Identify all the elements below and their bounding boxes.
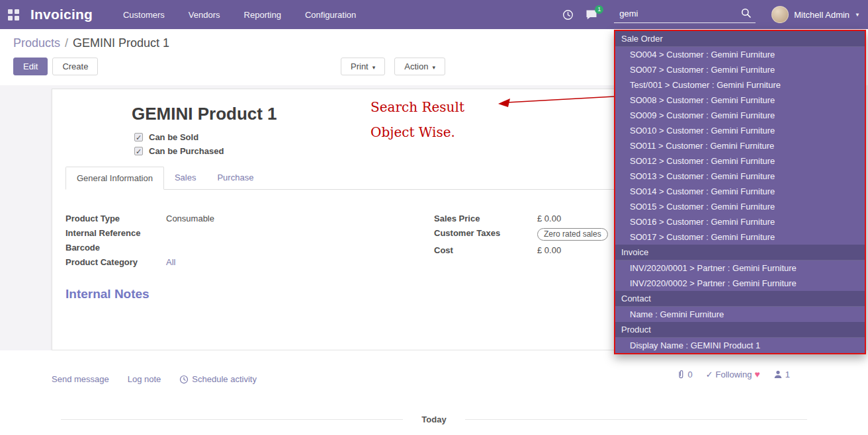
nav-menu-configuration[interactable]: Configuration [305, 10, 356, 20]
product-category-label: Product Category [65, 257, 166, 267]
search-result-item[interactable]: SO008 > Customer : Gemini Furniture [615, 93, 865, 108]
user-menu[interactable]: Mitchell Admin ▼ [771, 6, 860, 23]
divider-line [465, 419, 807, 420]
attachments-counter[interactable]: 0 [677, 370, 692, 379]
tab-sales[interactable]: Sales [164, 167, 207, 189]
can-be-purchased-checkbox[interactable]: ✓ [134, 147, 143, 155]
nav-menu-vendors[interactable]: Vendors [189, 10, 220, 20]
person-icon [773, 370, 783, 379]
activities-clock-icon[interactable] [562, 9, 574, 20]
log-note-link[interactable]: Log note [128, 374, 161, 384]
can-be-purchased-label: Can be Purchased [149, 146, 224, 156]
internal-reference-label: Internal Reference [65, 228, 166, 238]
annotation-line2: Object Wise. [370, 120, 464, 145]
today-divider: Today [52, 415, 816, 424]
app-title[interactable]: Invoicing [30, 7, 93, 22]
barcode-label: Barcode [65, 243, 166, 253]
annotation-line1: Search Result [370, 95, 464, 120]
chevron-down-icon: ▼ [855, 12, 860, 18]
search-result-item[interactable]: SO004 > Customer : Gemini Furniture [615, 47, 865, 62]
search-group-header-invoice: Invoice [615, 245, 865, 260]
can-be-sold-label: Can be Sold [149, 132, 198, 142]
global-search [614, 7, 756, 23]
search-result-item[interactable]: SO016 > Customer : Gemini Furniture [615, 214, 865, 229]
customer-taxes-tag[interactable]: Zero rated sales [537, 228, 608, 241]
paperclip-icon [677, 370, 685, 379]
cost-label: Cost [434, 245, 537, 255]
search-result-item[interactable]: SO015 > Customer : Gemini Furniture [615, 199, 865, 214]
avatar [771, 6, 789, 23]
breadcrumb-products-link[interactable]: Products [13, 36, 60, 50]
attachment-count: 0 [687, 370, 692, 379]
search-result-item[interactable]: SO011 > Customer : Gemini Furniture [615, 138, 865, 153]
messages-icon[interactable]: 1 [586, 9, 598, 20]
apps-menu-icon[interactable] [8, 9, 20, 20]
clock-icon [179, 375, 189, 384]
heart-icon: ♥ [754, 369, 760, 379]
chevron-down-icon: ▾ [372, 64, 376, 71]
search-result-item[interactable]: SO012 > Customer : Gemini Furniture [615, 153, 865, 169]
following-label: Following [716, 370, 752, 379]
search-result-item[interactable]: Test/001 > Customer : Gemini Furniture [615, 77, 865, 93]
customer-taxes-label: Customer Taxes [434, 228, 537, 241]
search-result-item[interactable]: SO014 > Customer : Gemini Furniture [615, 184, 865, 199]
print-label: Print [351, 61, 369, 71]
search-result-item[interactable]: SO009 > Customer : Gemini Furniture [615, 108, 865, 123]
print-dropdown-button[interactable]: Print▾ [341, 58, 385, 75]
nav-menu-customers[interactable]: Customers [123, 10, 165, 20]
following-toggle[interactable]: ✓ Following ♥ [706, 369, 760, 379]
search-result-item[interactable]: SO007 > Customer : Gemini Furniture [615, 62, 865, 77]
main-menu: Customers Vendors Reporting Configuratio… [123, 10, 356, 20]
product-category-value[interactable]: All [166, 257, 371, 267]
search-group-header-contact: Contact [615, 291, 865, 307]
schedule-activity-label: Schedule activity [192, 374, 257, 384]
search-group-header-product: Product [615, 322, 865, 338]
chatter: Send message Log note Schedule activity … [0, 350, 868, 424]
user-name: Mitchell Admin [794, 10, 849, 20]
search-icon[interactable] [741, 8, 752, 20]
sales-price-label: Sales Price [434, 214, 537, 223]
search-result-item[interactable]: INV/2020/0001 > Partner : Gemini Furnitu… [615, 260, 865, 276]
search-group-header-sale-order: Sale Order [615, 31, 865, 47]
search-result-item[interactable]: Name : Gemini Furniture [615, 307, 865, 322]
send-message-link[interactable]: Send message [52, 374, 109, 384]
today-label: Today [421, 415, 446, 424]
chatter-meta: 0 ✓ Following ♥ 1 [677, 369, 790, 379]
barcode-value [166, 243, 371, 253]
message-count-badge: 1 [595, 5, 603, 14]
action-dropdown-button[interactable]: Action▾ [394, 58, 445, 75]
breadcrumb-separator: / [65, 36, 68, 50]
navbar-systray: 1 Mitchell Admin ▼ [562, 6, 860, 23]
product-type-label: Product Type [65, 214, 166, 223]
chevron-down-icon: ▾ [432, 64, 435, 71]
search-result-item[interactable]: SO017 > Customer : Gemini Furniture [615, 229, 865, 245]
internal-reference-value [166, 228, 371, 238]
search-result-item[interactable]: SO013 > Customer : Gemini Furniture [615, 169, 865, 184]
divider-line [61, 419, 403, 420]
tab-general-information[interactable]: General Information [65, 167, 164, 190]
breadcrumb-current: GEMINI Product 1 [73, 36, 169, 50]
annotation-arrow [496, 91, 619, 109]
product-type-value: Consumable [166, 214, 371, 223]
search-result-item[interactable]: INV/2020/0002 > Partner : Gemini Furnitu… [615, 276, 865, 291]
search-results-dropdown: Sale Order SO004 > Customer : Gemini Fur… [614, 30, 866, 354]
search-result-item[interactable]: Display Name : GEMINI Product 1 [615, 338, 865, 353]
follower-count: 1 [785, 370, 790, 379]
edit-button[interactable]: Edit [13, 58, 48, 75]
action-label: Action [404, 61, 428, 71]
can-be-sold-checkbox[interactable]: ✓ [134, 133, 143, 141]
schedule-activity-link[interactable]: Schedule activity [179, 374, 257, 384]
search-result-item[interactable]: SO010 > Customer : Gemini Furniture [615, 123, 865, 138]
tab-purchase[interactable]: Purchase [206, 167, 264, 189]
create-button[interactable]: Create [52, 58, 98, 75]
followers-counter[interactable]: 1 [773, 370, 790, 379]
check-icon: ✓ [706, 370, 713, 379]
nav-menu-reporting[interactable]: Reporting [244, 10, 281, 20]
search-input[interactable] [614, 7, 756, 23]
annotation-text: Search Result Object Wise. [370, 95, 464, 145]
top-navbar: Invoicing Customers Vendors Reporting Co… [0, 0, 868, 29]
